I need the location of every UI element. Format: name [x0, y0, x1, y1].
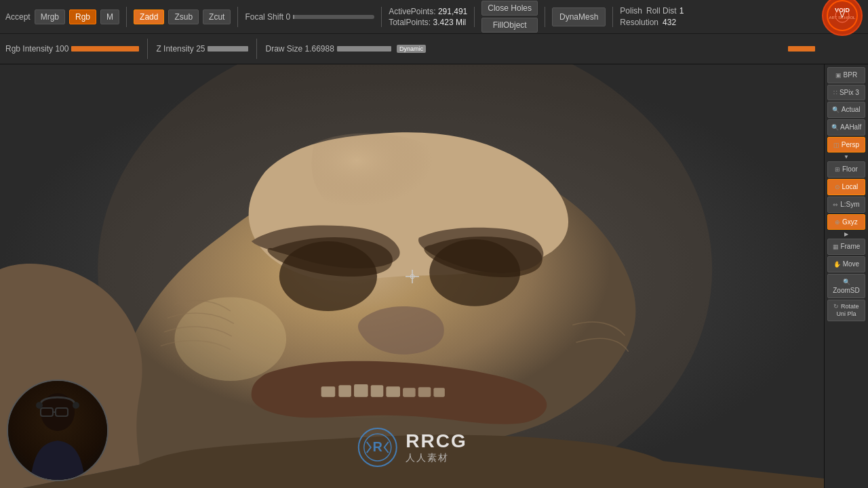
- fill-object-button[interactable]: FillObject: [481, 18, 538, 33]
- viewport-canvas[interactable]: R RRCG 人人素材: [0, 64, 824, 488]
- floor-button[interactable]: ⊞ Floor: [827, 161, 865, 178]
- focal-shift-slider[interactable]: [293, 15, 374, 19]
- void-logo-container: VOID ART SCHOOL V: [822, 0, 863, 39]
- viewport-cursor: [406, 270, 419, 283]
- spix-button[interactable]: ∷ SPix 3: [827, 85, 865, 101]
- roll-dist-value: 1: [679, 6, 684, 16]
- void-logo: VOID ART SCHOOL V: [822, 0, 863, 36]
- svg-rect-12: [371, 385, 384, 397]
- sep6: [612, 7, 613, 27]
- chevron-down-icon: ▼: [825, 154, 868, 160]
- toolbar-row1: Accept Mrgb Rgb M Zadd Zsub Zcut Focal S…: [0, 0, 868, 34]
- resolution-value: 432: [663, 18, 676, 27]
- svg-rect-13: [386, 386, 400, 396]
- right-controls: Polish Roll Dist 1 Resolution 432: [620, 6, 684, 27]
- svg-point-26: [73, 402, 79, 409]
- zadd-button[interactable]: Zadd: [134, 9, 164, 24]
- rgb-intensity-slider[interactable]: [71, 46, 139, 52]
- main-area: R RRCG 人人素材 ▣ BPR ∷ SPix 3 🔍 Actual 🔍: [0, 64, 868, 488]
- progress-bar: [788, 46, 815, 52]
- right-sidebar: ▣ BPR ∷ SPix 3 🔍 Actual 🔍 AAHalf ◫ Persp…: [824, 64, 868, 488]
- gxyz-button[interactable]: ⊕ Gxyz: [827, 214, 865, 230]
- svg-text:R: R: [372, 439, 382, 454]
- mesh-buttons: Close Holes FillObject: [481, 1, 538, 33]
- svg-rect-11: [354, 384, 368, 397]
- sep2: [237, 7, 238, 27]
- sep1: [126, 7, 127, 27]
- persp-button[interactable]: ◫ Persp: [827, 137, 865, 153]
- close-holes-button[interactable]: Close Holes: [481, 1, 538, 16]
- rgb-button[interactable]: Rgb: [69, 9, 96, 24]
- toolbar-row2: Rgb Intensity 100 Z Intensity 25 Draw Si…: [0, 34, 868, 64]
- z-intensity-slider[interactable]: [208, 46, 248, 52]
- rgb-intensity-container: Rgb Intensity 100: [5, 44, 139, 54]
- rotate-button[interactable]: ↻ RotateUni Pla: [827, 300, 865, 321]
- bpr-button[interactable]: ▣ BPR: [827, 67, 865, 83]
- expand-icon: ▶: [825, 231, 868, 237]
- z-intensity-container: Z Intensity 25: [156, 44, 248, 54]
- dyna-mesh-button[interactable]: DynaMesh: [552, 7, 606, 26]
- svg-point-17: [174, 297, 286, 381]
- dynamic-badge[interactable]: Dynamic: [397, 45, 426, 53]
- svg-text:V: V: [840, 11, 845, 19]
- roll-dist-label: Roll Dist: [646, 6, 677, 16]
- svg-rect-16: [433, 388, 444, 396]
- polish-label: Polish: [620, 6, 642, 16]
- zoomsd-button[interactable]: 🔍 ZoomSD: [827, 274, 865, 299]
- svg-point-25: [36, 402, 43, 409]
- total-points: TotalPoints: 3.423 Mil: [389, 18, 467, 27]
- svg-rect-10: [338, 385, 351, 397]
- focal-shift-container: Focal Shift 0: [245, 12, 374, 22]
- focal-shift-label: Focal Shift 0: [245, 12, 290, 22]
- sep8: [256, 39, 257, 59]
- zsub-button[interactable]: Zsub: [168, 9, 199, 24]
- lsym-button[interactable]: ⇔ L:Sym: [827, 197, 865, 213]
- move-button[interactable]: ✋ Move: [827, 256, 865, 272]
- watermark: R RRCG 人人素材: [357, 427, 467, 468]
- resolution-label: Resolution: [620, 18, 658, 27]
- active-points: ActivePoints: 291,491: [389, 7, 467, 16]
- actual-button[interactable]: 🔍 Actual: [827, 102, 865, 118]
- local-button[interactable]: ⊙ Local: [827, 179, 865, 195]
- aahalf-button[interactable]: 🔍 AAHalf: [827, 119, 865, 136]
- webcam-feed: [7, 380, 108, 481]
- watermark-chinese-text: 人人素材: [406, 452, 467, 464]
- rgb-intensity-label: Rgb Intensity 100: [5, 44, 68, 54]
- svg-rect-15: [418, 387, 431, 396]
- sep5: [545, 7, 545, 27]
- frame-button[interactable]: ▦ Frame: [827, 239, 865, 255]
- watermark-logo-icon: R: [357, 427, 397, 468]
- m-button[interactable]: M: [100, 9, 119, 24]
- draw-size-container: Draw Size 1.66988: [265, 44, 391, 54]
- stats-container: ActivePoints: 291,491 TotalPoints: 3.423…: [389, 7, 467, 27]
- zcut-button[interactable]: Zcut: [203, 9, 231, 24]
- draw-size-label: Draw Size 1.66988: [265, 44, 334, 54]
- svg-rect-9: [321, 386, 336, 396]
- z-intensity-label: Z Intensity 25: [156, 44, 205, 54]
- accept-label: Accept: [5, 12, 31, 22]
- sep7: [147, 39, 148, 59]
- svg-rect-14: [403, 388, 416, 396]
- sep4: [474, 7, 475, 27]
- toolbar: Accept Mrgb Rgb M Zadd Zsub Zcut Focal S…: [0, 0, 868, 64]
- watermark-rrcg-text: RRCG: [406, 430, 467, 452]
- draw-size-slider[interactable]: [337, 46, 391, 52]
- progress-area: [788, 46, 815, 52]
- watermark-text-group: RRCG 人人素材: [406, 430, 467, 464]
- sep3: [381, 7, 382, 27]
- mrgb-button[interactable]: Mrgb: [35, 9, 65, 24]
